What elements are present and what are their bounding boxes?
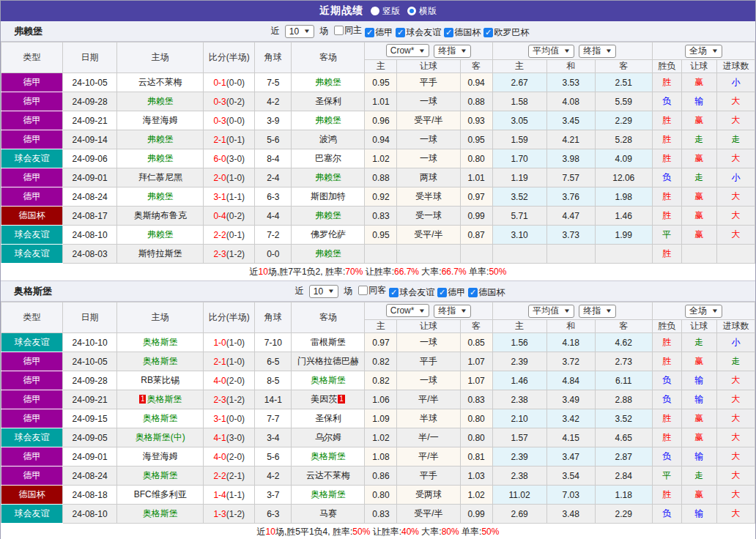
column-header: 客 bbox=[460, 60, 492, 73]
summary-part: 70% bbox=[345, 267, 363, 277]
column-header: 比分(半场) bbox=[204, 302, 255, 333]
checkbox-checked-icon[interactable]: ✓ bbox=[468, 288, 478, 297]
score-cell: 6-0(3-0) bbox=[204, 149, 255, 168]
recent-count-select[interactable]: 10 ▼ bbox=[285, 25, 314, 38]
match-date: 24-08-17 bbox=[63, 207, 117, 226]
filter-checkbox-label: 欧罗巴杯 bbox=[494, 26, 529, 39]
radio-unchecked-icon[interactable] bbox=[371, 7, 379, 15]
checkbox-checked-icon[interactable]: ✓ bbox=[365, 28, 374, 37]
halftime-score: (1-2) bbox=[226, 395, 245, 405]
odds-away: 0.99 bbox=[460, 207, 492, 226]
checkbox-checked-icon[interactable]: ✓ bbox=[389, 288, 399, 297]
match-type-badge: 球会友谊 bbox=[1, 333, 63, 352]
halftime-score: (0-0) bbox=[226, 414, 245, 424]
filter-checkbox[interactable]: 同主 bbox=[334, 24, 362, 37]
team-link: 弗赖堡 bbox=[147, 191, 174, 201]
match-type-badge: 德甲 bbox=[1, 447, 63, 466]
odds-handicap: 受平/半 bbox=[397, 505, 460, 524]
result-handicap: 赢 bbox=[681, 187, 716, 207]
avg-final-select[interactable]: 终指▼ bbox=[579, 45, 616, 58]
fulltime-score: 0-4 bbox=[213, 211, 226, 221]
halftime-score: (2-0) bbox=[226, 376, 245, 386]
checkbox-unchecked-icon[interactable] bbox=[358, 286, 368, 295]
table-row: 球会友谊24-08-03斯特拉斯堡2-3(1-2)0-0弗赖堡胜 bbox=[1, 245, 755, 264]
match-type-badge: 德甲 bbox=[1, 352, 63, 371]
filter-checkbox[interactable]: ✓球会友谊 bbox=[389, 286, 434, 299]
checkbox-checked-icon[interactable]: ✓ bbox=[483, 28, 493, 37]
odds-final-select[interactable]: 终指▼ bbox=[434, 305, 471, 318]
column-header: 客 bbox=[460, 320, 492, 333]
odds-away: 0.80 bbox=[460, 149, 492, 168]
result-handicap: 输 bbox=[681, 92, 716, 111]
avg-home: 11.02 bbox=[492, 486, 546, 505]
filter-checkbox[interactable]: ✓德甲 bbox=[365, 26, 393, 39]
table-row: 德甲24-09-211奥格斯堡2-3(1-2)14-1美因茨11.06平/半0.… bbox=[1, 390, 755, 409]
odds-handicap: 平手 bbox=[397, 73, 460, 92]
team-link: 奥格斯堡(中) bbox=[136, 432, 185, 442]
chevron-down-icon: ▼ bbox=[605, 48, 612, 54]
home-team: 奥格斯堡 bbox=[117, 409, 204, 428]
odds-handicap: 受两球 bbox=[397, 486, 460, 505]
avg-final-select[interactable]: 终指▼ bbox=[579, 305, 616, 318]
team-link: 弗赖堡 bbox=[315, 115, 341, 125]
avg-header-group: 平均值▼终指▼ bbox=[492, 42, 652, 60]
avg-home: 1.59 bbox=[492, 130, 546, 149]
scope-select[interactable]: 全场▼ bbox=[685, 305, 722, 318]
filter-checkbox[interactable]: ✓欧罗巴杯 bbox=[483, 26, 529, 39]
layout-radio-horizontal[interactable]: 横版 bbox=[407, 5, 437, 18]
fulltime-score: 2-3 bbox=[213, 249, 226, 259]
checkbox-checked-icon[interactable]: ✓ bbox=[437, 288, 447, 297]
result-wdl: 负 bbox=[652, 371, 681, 390]
corner-count: 2-4 bbox=[255, 168, 292, 187]
recent-count-select[interactable]: 10 ▼ bbox=[309, 285, 338, 298]
filter-checkbox[interactable]: 同客 bbox=[358, 284, 386, 297]
layout-radio-vertical[interactable]: 竖版 bbox=[371, 5, 400, 18]
match-type-badge: 德甲 bbox=[1, 92, 63, 111]
result-wdl: 胜 bbox=[652, 333, 681, 352]
result-wdl: 胜 bbox=[652, 486, 681, 505]
away-team: 圣保利 bbox=[292, 92, 365, 111]
score-cell: 2-2(2-1) bbox=[204, 466, 255, 486]
filter-checkbox[interactable]: ✓德甲 bbox=[437, 286, 465, 299]
filter-checkbox[interactable]: ✓德国杯 bbox=[468, 286, 505, 299]
result-handicap: 赢 bbox=[681, 149, 716, 168]
result-handicap: 赢 bbox=[681, 111, 716, 130]
checkbox-checked-icon[interactable]: ✓ bbox=[444, 28, 453, 37]
odds-final-select[interactable]: 终指▼ bbox=[434, 45, 471, 58]
odds-handicap: 一球 bbox=[397, 333, 460, 352]
result-goals: 大 bbox=[716, 486, 755, 505]
avg-home: 2.39 bbox=[492, 447, 546, 466]
result-goals: 大 bbox=[716, 92, 755, 111]
score-cell: 0-3(0-0) bbox=[204, 111, 255, 130]
result-handicap: 输 bbox=[681, 505, 716, 524]
avg-draw: 3.76 bbox=[546, 187, 595, 207]
filter-checkbox-label: 德甲 bbox=[375, 26, 393, 39]
halftime-score: (2-0) bbox=[226, 452, 245, 462]
column-header: 让球 bbox=[397, 320, 460, 333]
odds-away: 1.03 bbox=[460, 466, 492, 486]
checkbox-unchecked-icon[interactable] bbox=[334, 26, 344, 35]
odds-source-select[interactable]: Crow*▼ bbox=[386, 44, 430, 57]
fulltime-score: 4-0 bbox=[213, 452, 226, 462]
odds-handicap: 平手 bbox=[397, 466, 460, 486]
select-value: 平均值 bbox=[533, 45, 559, 57]
radio-checked-icon[interactable] bbox=[407, 7, 416, 15]
avg-source-select[interactable]: 平均值▼ bbox=[528, 305, 574, 318]
recent-label: 近 bbox=[271, 25, 280, 37]
scope-select[interactable]: 全场▼ bbox=[685, 45, 722, 58]
filter-checkbox[interactable]: ✓德国杯 bbox=[444, 26, 481, 39]
filter-checkbox[interactable]: ✓球会友谊 bbox=[396, 26, 441, 39]
odds-source-select[interactable]: Crow*▼ bbox=[386, 304, 430, 317]
odds-handicap: 一球 bbox=[397, 149, 460, 168]
filter-checkbox-label: 德国杯 bbox=[454, 26, 481, 39]
corner-count: 3-9 bbox=[255, 111, 292, 130]
table-row: 球会友谊24-08-10弗赖堡2-2(0-1)7-2佛罗伦萨0.95受平/半0.… bbox=[1, 226, 755, 245]
home-team: 弗赖堡 bbox=[117, 187, 204, 207]
result-wdl: 负 bbox=[652, 390, 681, 409]
home-team: 弗赖堡 bbox=[117, 226, 204, 245]
avg-source-select[interactable]: 平均值▼ bbox=[528, 45, 574, 58]
checkbox-checked-icon[interactable]: ✓ bbox=[396, 28, 405, 37]
odds-home: 0.94 bbox=[365, 130, 397, 149]
result-wdl: 负 bbox=[652, 168, 681, 187]
column-header: 进球数 bbox=[716, 320, 755, 333]
